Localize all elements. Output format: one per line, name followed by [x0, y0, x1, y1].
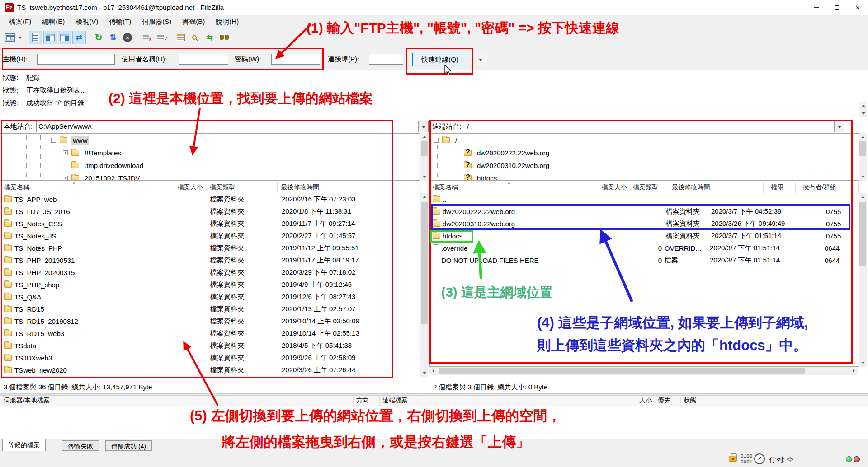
- local-file-row[interactable]: TSJDXweb3檔案資料夾2019/9/26 上午 02:58:09: [0, 352, 420, 364]
- remote-tree-item[interactable]: dw20200310.22web.org: [430, 159, 859, 172]
- queue-tab-0[interactable]: 等候的檔案: [2, 439, 46, 451]
- remote-file-row[interactable]: dw20200222.22web.org檔案資料夾2020/3/7 下午 04:…: [430, 205, 859, 218]
- log-line: 狀態:正在取得目錄列表...: [0, 86, 86, 96]
- site-manager-caret[interactable]: [17, 31, 24, 44]
- remote-col-header[interactable]: 擁有者/群組: [796, 182, 859, 193]
- local-file-row[interactable]: TS_RD15_web3檔案資料夾2019/10/14 上午 02:55:13: [0, 327, 420, 340]
- local-tree-toggle[interactable]: [43, 31, 57, 44]
- expand-icon[interactable]: +: [63, 176, 68, 181]
- remote-col-header[interactable]: 權限: [764, 182, 796, 193]
- message-log-toggle[interactable]: [29, 31, 42, 44]
- local-file-row[interactable]: TS_Q&A檔案資料夾2019/12/6 下午 08:27:43: [0, 291, 420, 303]
- queue-col-header[interactable]: 優先...: [655, 396, 681, 406]
- local-tree-item[interactable]: −www: [0, 134, 420, 146]
- file-name-cell: dw20200222.22web.org: [443, 208, 628, 215]
- site-manager-icon[interactable]: [3, 31, 17, 44]
- local-path-input[interactable]: C:\AppServ\www\: [36, 121, 429, 132]
- reconnect-icon[interactable]: ⁄: [155, 31, 168, 44]
- remote-path-input[interactable]: /: [465, 121, 844, 132]
- local-file-row[interactable]: TS_RD15_20190812檔案資料夾2019/10/14 上午 03:50…: [0, 315, 420, 327]
- refresh-icon[interactable]: ↻: [92, 31, 105, 44]
- folder-icon: [4, 282, 12, 288]
- remote-tree-scrollbar[interactable]: [859, 133, 867, 181]
- local-file-row[interactable]: TSweb_new2020檔案資料夾2020/3/26 上午 07:26:44: [0, 364, 420, 376]
- expand-icon[interactable]: +: [63, 150, 68, 155]
- remote-file-row[interactable]: DO NOT UPLOAD FILES HERE0檔案2020/3/7 下午 0…: [430, 254, 859, 266]
- local-col-header[interactable]: 檔案類型: [206, 182, 278, 193]
- remote-col-header[interactable]: 檔案大小: [599, 182, 630, 193]
- local-col-header[interactable]: 檔案名稱^: [0, 182, 167, 193]
- local-col-header[interactable]: 檔案大小: [167, 182, 206, 193]
- local-tree-scrollbar[interactable]: [420, 133, 428, 181]
- menu-item-1[interactable]: 編輯(E): [37, 16, 70, 28]
- remote-file-row[interactable]: dw20200310.22web.org檔案資料夾2020/3/26 下午 09…: [430, 218, 859, 230]
- remote-path-dropdown[interactable]: [834, 121, 844, 132]
- remote-list-scrollbar[interactable]: [859, 193, 867, 367]
- queue-col-header[interactable]: 大小: [620, 396, 655, 406]
- remote-col-header[interactable]: 檔案類型: [630, 182, 669, 193]
- local-file-row[interactable]: TS_Notes_CSS檔案資料夾2019/11/7 上午 09:27:14: [0, 218, 420, 230]
- queue-col-header[interactable]: 方向: [354, 396, 380, 406]
- quickconnect-button[interactable]: 快速連線(Q): [412, 53, 467, 66]
- cancel-icon[interactable]: ×: [121, 31, 134, 44]
- local-file-row[interactable]: TSdata檔案資料夾2018/4/5 下午 05:41:33: [0, 340, 420, 352]
- local-file-row[interactable]: TS_RD15檔案資料夾2020/1/13 上午 02:57:07: [0, 303, 420, 315]
- find-files-icon[interactable]: [189, 31, 202, 44]
- menu-item-0[interactable]: 檔案(F): [4, 16, 37, 28]
- queue-tab-1[interactable]: 傳輸失敗: [62, 440, 99, 451]
- local-file-row[interactable]: TS_Notes_PHP檔案資料夾2019/11/12 上午 09:55:51: [0, 242, 420, 254]
- remote-col-header[interactable]: 最後修改時間: [669, 182, 764, 193]
- local-file-row[interactable]: TS_PHP_shop檔案資料夾2019/4/9 上午 09:12:46: [0, 279, 420, 291]
- host-input[interactable]: [37, 54, 115, 65]
- local-file-row[interactable]: TS_LD7_JS_2016檔案資料夾2020/1/8 下午 11:38:31: [0, 205, 420, 218]
- folder-icon: [4, 306, 12, 312]
- local-path-dropdown[interactable]: [418, 121, 428, 132]
- remote-tree-toggle[interactable]: [58, 31, 71, 44]
- collapse-icon[interactable]: −: [434, 138, 439, 143]
- local-list-scrollbar[interactable]: [420, 193, 428, 377]
- menu-item-6[interactable]: 說明(H): [210, 16, 244, 28]
- log-scroll-up[interactable]: [859, 102, 867, 110]
- remote-horizontal-scrollbar[interactable]: [429, 367, 858, 375]
- remote-tree-item[interactable]: −/: [430, 134, 859, 146]
- maximize-button[interactable]: [826, 0, 847, 15]
- local-col-header[interactable]: 最後修改時間: [278, 182, 420, 193]
- file-date-cell: 2019/11/7 上午 09:27:14: [278, 219, 420, 228]
- local-tree-item[interactable]: +20151002_TSJDV: [0, 172, 420, 181]
- minimize-button[interactable]: [806, 0, 826, 15]
- log-scroll-down[interactable]: [859, 110, 867, 117]
- remote-file-row[interactable]: ..: [430, 193, 859, 205]
- directory-compare-icon[interactable]: [174, 31, 188, 44]
- disconnect-icon[interactable]: ×: [140, 31, 154, 44]
- quickconnect-dropdown[interactable]: [474, 53, 487, 66]
- pass-input[interactable]: [271, 54, 320, 65]
- local-tree-item[interactable]: +!!!Templates: [0, 146, 420, 159]
- queue-col-header[interactable]: 伺服器/本地檔案: [0, 396, 354, 406]
- local-file-row[interactable]: TS_Notes_JS檔案資料夾2020/2/27 上午 01:45:57: [0, 230, 420, 242]
- menu-item-3[interactable]: 傳輸(T): [104, 16, 137, 28]
- local-file-row[interactable]: TS_PHP_20200315檔案資料夾2020/3/29 下午 07:18:0…: [0, 266, 420, 279]
- process-queue-icon[interactable]: ⇅: [106, 31, 120, 44]
- transfer-queue-toggle[interactable]: ⇄: [72, 31, 86, 44]
- menu-item-2[interactable]: 檢視(V): [70, 16, 104, 28]
- sync-browsing-icon[interactable]: ⇆: [203, 31, 217, 44]
- remote-tree-item[interactable]: dw20200222.22web.org: [430, 146, 859, 159]
- remote-col-header[interactable]: 檔案名稱^: [430, 182, 599, 193]
- local-file-row[interactable]: TS_PHP_20190531檔案資料夾2019/11/17 上午 08:19:…: [0, 254, 420, 266]
- remote-tree-item[interactable]: htdocs: [430, 172, 859, 181]
- menu-item-4[interactable]: 伺服器(S): [137, 16, 177, 28]
- user-input[interactable]: [179, 54, 228, 65]
- port-input[interactable]: [369, 54, 403, 65]
- remote-file-row[interactable]: htdocs檔案資料夾2020/3/7 下午 01:51:1407552: [430, 230, 859, 242]
- local-tree-item[interactable]: .tmp.drivedownload: [0, 159, 420, 172]
- file-name-cell: TS_RD15_20190812: [14, 318, 168, 325]
- local-file-row[interactable]: TS_APP_web檔案資料夾2020/2/16 下午 07:23:03: [0, 193, 420, 205]
- queue-col-header[interactable]: 狀態: [681, 396, 750, 406]
- menu-item-5[interactable]: 書籤(B): [177, 16, 210, 28]
- close-button[interactable]: ×: [847, 0, 868, 15]
- queue-col-header[interactable]: 遠端檔案: [380, 396, 620, 406]
- queue-tab-2[interactable]: 傳輸成功 (4): [105, 440, 152, 451]
- collapse-icon[interactable]: −: [51, 138, 56, 143]
- binoculars-icon[interactable]: [217, 31, 231, 44]
- remote-file-row[interactable]: .override0OVERRID...2020/3/7 下午 01:51:14…: [430, 242, 859, 254]
